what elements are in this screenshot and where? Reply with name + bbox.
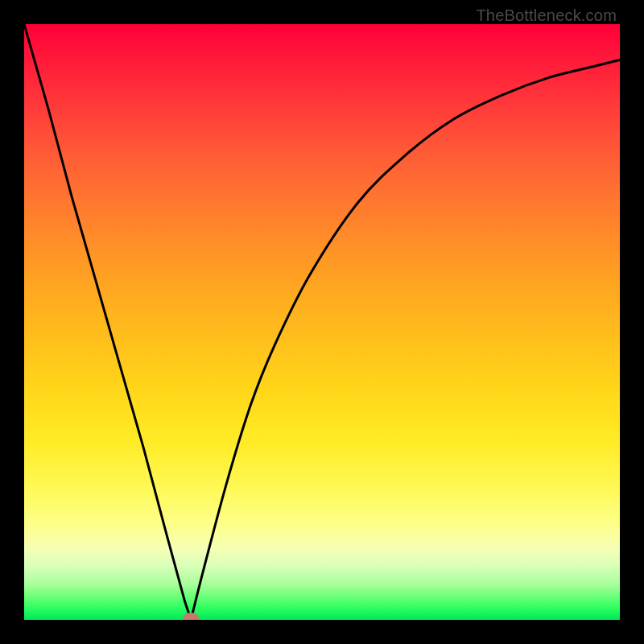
minimum-marker bbox=[183, 613, 199, 620]
attribution-label: TheBottleneck.com bbox=[476, 6, 617, 25]
chart-frame: TheBottleneck.com bbox=[0, 0, 644, 644]
bottleneck-curve bbox=[24, 24, 620, 620]
chart-svg bbox=[24, 24, 620, 620]
plot-area bbox=[24, 24, 620, 620]
